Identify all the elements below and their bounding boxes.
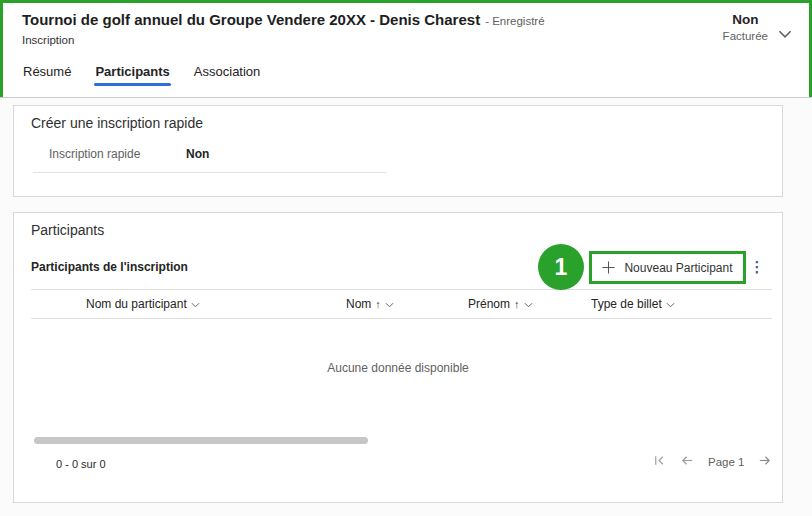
section-title: Participants — [31, 222, 104, 238]
chevron-down-icon[interactable] — [776, 25, 794, 43]
app-window: Tournoi de golf annuel du Groupe Vendere… — [0, 0, 812, 516]
section-title: Créer une inscription rapide — [31, 115, 203, 131]
horizontal-scrollbar-thumb[interactable] — [34, 437, 368, 444]
previous-page-icon[interactable] — [680, 453, 695, 468]
grid-top-border — [31, 289, 772, 290]
sort-ascending-icon: ↑ — [514, 298, 520, 310]
column-label: Nom — [346, 297, 371, 311]
horizontal-scrollbar — [31, 436, 772, 445]
save-status: - Enregistré — [485, 15, 544, 27]
field-underline — [33, 172, 386, 173]
next-page-icon[interactable] — [757, 453, 772, 468]
column-header-bottom-border — [31, 318, 772, 319]
page-title: Tournoi de golf annuel du Groupe Vendere… — [22, 11, 545, 28]
chevron-down-icon — [524, 302, 533, 308]
column-header-nom[interactable]: Nom ↑ — [346, 297, 394, 311]
column-header-prenom[interactable]: Prénom ↑ — [468, 297, 533, 311]
subgrid-title: Participants de l'inscription — [31, 260, 188, 274]
annotation-highlight-box: Nouveau Participant — [589, 251, 746, 284]
record-title-text: Tournoi de golf annuel du Groupe Vendere… — [22, 11, 480, 28]
sort-ascending-icon: ↑ — [375, 298, 381, 310]
chevron-down-icon — [191, 302, 200, 308]
column-label: Prénom — [468, 297, 510, 311]
annotation-step-badge: 1 — [538, 244, 584, 290]
column-header-nom-du-participant[interactable]: Nom du participant — [86, 297, 200, 311]
record-count: 0 - 0 sur 0 — [56, 458, 106, 470]
first-page-icon[interactable] — [652, 453, 667, 468]
more-commands-icon[interactable]: ⋮ — [749, 256, 765, 278]
header-field-facturee: Non Facturée — [723, 11, 768, 43]
column-label: Nom du participant — [86, 297, 187, 311]
new-participant-label: Nouveau Participant — [624, 261, 732, 275]
tab-resume[interactable]: Résumé — [22, 62, 72, 86]
page-indicator: Page 1 — [708, 456, 744, 468]
header-field-value: Non — [732, 11, 758, 29]
section-quick-registration: Créer une inscription rapide Inscription… — [13, 105, 783, 197]
plus-icon — [602, 261, 615, 274]
header-field-label: Facturée — [723, 29, 768, 44]
chevron-down-icon — [385, 302, 394, 308]
column-header-type-de-billet[interactable]: Type de billet — [591, 297, 675, 311]
tab-participants[interactable]: Participants — [94, 62, 170, 86]
column-label: Type de billet — [591, 297, 662, 311]
section-participants: Participants Participants de l'inscripti… — [13, 212, 783, 503]
entity-name: Inscription — [22, 34, 74, 46]
tab-association[interactable]: Association — [193, 62, 261, 86]
pagination: Page 1 — [652, 453, 772, 468]
field-value-inscription-rapide[interactable]: Non — [186, 147, 209, 161]
new-participant-button[interactable]: Nouveau Participant — [592, 254, 743, 281]
form-tabs: Résumé Participants Association — [22, 62, 261, 86]
chevron-down-icon — [666, 302, 675, 308]
empty-grid-message: Aucune donnée disponible — [14, 361, 782, 375]
field-label-inscription-rapide: Inscription rapide — [49, 147, 140, 161]
